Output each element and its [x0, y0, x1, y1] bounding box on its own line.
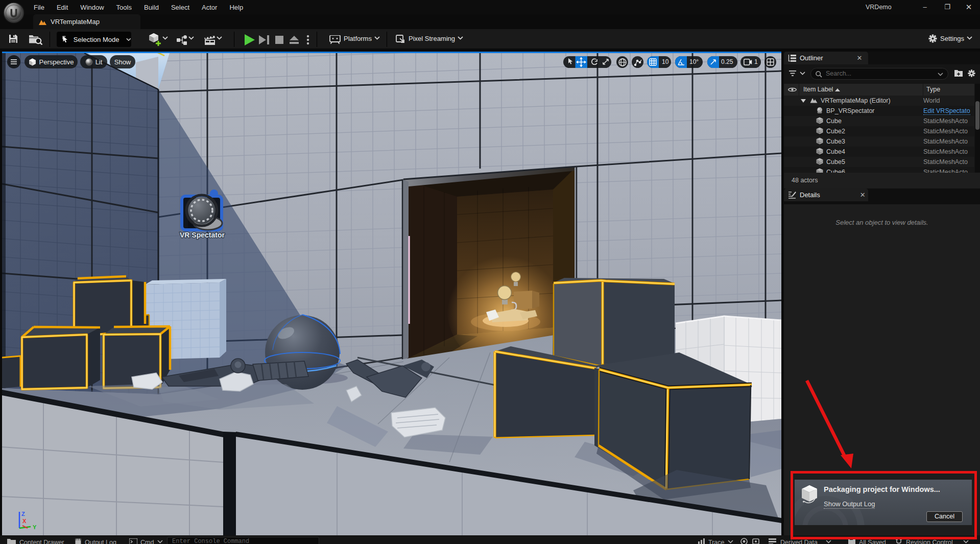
svg-text:Z: Z [21, 511, 25, 517]
svg-text:VR Spectator: VR Spectator [180, 231, 225, 239]
svg-text:X: X [22, 518, 27, 524]
svg-text:Y: Y [33, 524, 37, 530]
